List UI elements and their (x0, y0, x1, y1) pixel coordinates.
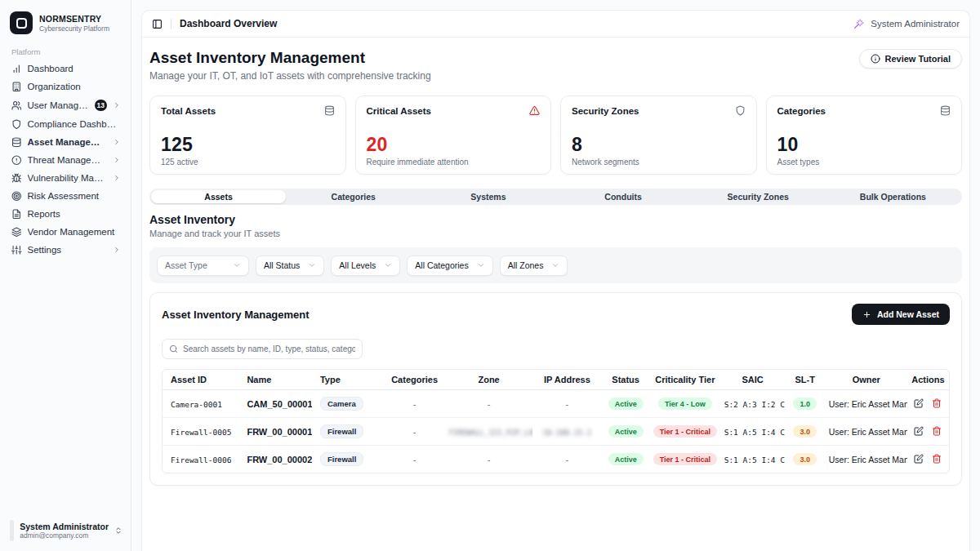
cell-saic: S:1 A:5 I:4 C:4 (724, 428, 785, 437)
sidebar-item-vendor-management[interactable]: Vendor Management (8, 224, 124, 240)
cell-status: Active (608, 425, 644, 438)
bar-chart-icon (11, 64, 22, 74)
alert-triangle-icon (529, 105, 540, 116)
sidebar-item-threat-management[interactable]: Threat Management (8, 153, 124, 168)
column-header-actions: Actions (907, 370, 949, 390)
sidebar-item-risk-assessment[interactable]: Risk Assessment (8, 189, 124, 204)
review-tutorial-button[interactable]: Review Tutorial (859, 49, 962, 69)
sidebar-item-compliance-dashboard[interactable]: Compliance Dashboard (8, 117, 124, 132)
edit-asset-button[interactable] (914, 454, 924, 464)
sidebar-item-label: Settings (28, 245, 108, 255)
sidebar-user-email: admin@company.com (20, 531, 109, 540)
chevron-right-icon (113, 156, 121, 164)
section-subheading: Manage and track your IT assets (149, 229, 962, 238)
main-area: Dashboard Overview System Administrator … (131, 0, 980, 551)
sidebar-item-dashboard[interactable]: Dashboard (8, 61, 124, 77)
filter-asset-type[interactable]: Asset Type (157, 256, 249, 276)
add-new-asset-button[interactable]: Add New Asset (852, 304, 950, 325)
column-header-type: Type (312, 370, 384, 390)
chevron-right-icon (113, 246, 121, 254)
cell-tier: Tier 4 - Low (658, 398, 712, 410)
cell-asset_id: Camera-0001 (171, 400, 222, 409)
tab-systems[interactable]: Systems (421, 190, 555, 203)
chevron-down-icon (551, 261, 559, 269)
cell-status: Active (608, 453, 644, 465)
sidebar-item-label: Threat Management (28, 155, 108, 165)
asset-search-input[interactable] (183, 344, 355, 353)
sidebar-item-reports[interactable]: Reports (8, 207, 124, 222)
cell-zone: FIREWALL_121_P2P_LAN (449, 429, 532, 437)
cell-categories: - (413, 455, 416, 464)
column-header-ip-address: IP Address (532, 370, 603, 390)
stat-subtitle: Require immediate attention (367, 158, 541, 167)
stat-card-critical-assets: Critical Assets20Require immediate atten… (355, 96, 552, 175)
filter-all-levels[interactable]: All Levels (331, 256, 400, 276)
cell-owner: User: Eric Asset Manager (829, 455, 907, 464)
sliders-icon (11, 245, 22, 256)
stat-cards: Total Assets125125 activeCritical Assets… (149, 96, 962, 175)
tab-security-zones[interactable]: Security Zones (691, 190, 826, 203)
brand-logo-icon (10, 11, 33, 34)
column-header-sl-t: SL-T (785, 370, 826, 390)
cell-saic: S:2 A:3 I:2 C:3 (724, 400, 785, 409)
column-header-zone: Zone (446, 370, 532, 390)
sidebar-user-menu[interactable]: System Administrator admin@company.com (8, 518, 124, 543)
cell-name: CAM_50_00001 (247, 399, 312, 409)
chevron-down-icon (384, 261, 392, 269)
brand-tagline: Cybersecurity Platform (39, 24, 109, 33)
cell-slt: 3.0 (793, 425, 817, 438)
sidebar: NORMSENTRY Cybersecurity Platform Platfo… (0, 0, 131, 551)
plus-icon (862, 310, 871, 319)
cell-name: FRW_00_00001 (247, 427, 312, 437)
tab-bar: AssetsCategoriesSystemsConduitsSecurity … (149, 189, 962, 205)
sidebar-item-label: Reports (28, 209, 122, 219)
wand-sparkles-icon[interactable] (853, 19, 864, 29)
sidebar-user-name: System Administrator (20, 522, 109, 531)
page-title: Asset Inventory Management (149, 49, 431, 67)
asset-table: Asset IDNameTypeCategoriesZoneIP Address… (162, 369, 950, 473)
column-header-status: Status (602, 370, 649, 390)
tab-categories[interactable]: Categories (286, 190, 421, 203)
layers-icon (11, 227, 22, 238)
page-subtitle: Manage your IT, OT, and IoT assets with … (149, 70, 431, 82)
cell-tier: Tier 1 - Critical (653, 425, 717, 438)
sidebar-toggle-icon[interactable] (152, 19, 163, 29)
sidebar-item-vulnerability-managem[interactable]: Vulnerability Managem... (8, 171, 124, 186)
chevron-down-icon (308, 261, 316, 269)
filter-all-zones[interactable]: All Zones (500, 256, 568, 276)
sidebar-item-settings[interactable]: Settings (8, 242, 124, 258)
tab-assets[interactable]: Assets (151, 190, 286, 203)
tab-bulk-operations[interactable]: Bulk Operations (826, 190, 960, 203)
cell-type: Camera (320, 397, 363, 411)
stat-card-categories: Categories10Asset types (766, 96, 963, 175)
sidebar-item-organization[interactable]: Organization (8, 79, 124, 95)
sidebar-item-label: Risk Assessment (28, 191, 122, 201)
filter-all-status[interactable]: All Status (256, 256, 324, 276)
stat-title: Total Assets (161, 106, 216, 116)
cell-type: Firewall (320, 424, 363, 438)
avatar (10, 520, 14, 541)
cell-asset_id: Firewall-0006 (171, 455, 231, 464)
stat-card-total-assets: Total Assets125125 active (149, 96, 346, 175)
delete-asset-button[interactable] (932, 398, 942, 408)
stat-subtitle: Network segments (572, 158, 746, 167)
search-icon (169, 344, 178, 353)
delete-asset-button[interactable] (932, 454, 942, 464)
cell-slt: 1.0 (793, 398, 817, 410)
edit-asset-button[interactable] (914, 398, 924, 408)
delete-asset-button[interactable] (932, 426, 942, 436)
chevron-down-icon (477, 261, 485, 269)
filter-all-categories[interactable]: All Categories (407, 256, 492, 276)
info-circle-icon (871, 54, 880, 64)
sidebar-item-label: Asset Management (28, 137, 108, 147)
file-text-icon (11, 209, 22, 220)
section-heading: Asset Inventory (149, 213, 962, 226)
sidebar-item-asset-management[interactable]: Asset Management (8, 135, 124, 150)
tab-conduits[interactable]: Conduits (556, 190, 691, 203)
shield-icon (11, 119, 22, 130)
column-header-saic: SAIC (721, 370, 785, 390)
stat-title: Critical Assets (367, 106, 431, 116)
edit-asset-button[interactable] (914, 426, 924, 436)
sidebar-item-user-management[interactable]: User Management13 (8, 97, 124, 113)
stat-value: 10 (777, 134, 951, 156)
